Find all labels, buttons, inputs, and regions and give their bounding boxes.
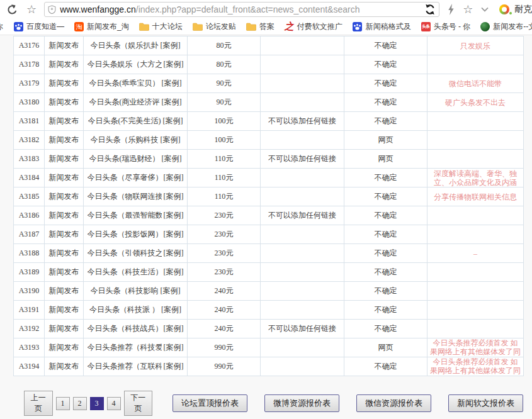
toutiao-icon: 头条	[421, 22, 431, 31]
table-row: A3189 新闻发布 今日头条（科技生活）[案例] 230元 不确定	[14, 263, 524, 282]
case-link[interactable]: [案例]	[164, 267, 184, 276]
case-link[interactable]: [案例]	[164, 324, 184, 333]
table-row: A3184 新闻发布 今日头条（尽享奢侈）[案例] 110元 不确定 深度解读高…	[14, 169, 524, 187]
table-row: A3186 新闻发布 今日头条（最强智能数[案例] 230元 不可以添加任何链接…	[14, 206, 524, 225]
page-button[interactable]: 上一页	[24, 391, 53, 416]
row-name: 今日头条娱乐（大方之	[88, 59, 162, 70]
bookmark-item[interactable]: 新闻发布--文	[480, 21, 532, 32]
refresh-icon[interactable]	[424, 4, 436, 15]
page-button[interactable]: 下一页	[124, 391, 153, 416]
page-button[interactable]: 1	[56, 397, 70, 410]
row-note-text: 硬广头条发不出去	[430, 98, 521, 107]
lightning-icon[interactable]	[448, 4, 455, 15]
case-link[interactable]: [案例]	[164, 362, 184, 371]
page-button-current[interactable]: 3	[90, 397, 104, 410]
row-note: 今日头条推荐必须首发 如果网络上有其他媒体发了同—	[427, 357, 524, 376]
case-link[interactable]: [案例]	[164, 230, 184, 238]
row-name: 今日头条（尽享奢侈）	[88, 172, 162, 183]
case-link[interactable]: [案例]	[164, 249, 184, 257]
row-restriction	[261, 55, 344, 74]
page-button[interactable]: 4	[107, 397, 121, 410]
folder-icon	[193, 22, 203, 32]
row-restriction	[261, 187, 344, 206]
case-link[interactable]: [案例]	[164, 211, 184, 220]
row-restriction	[261, 36, 344, 55]
bookmark-item[interactable]: 答案	[246, 21, 274, 32]
search-box-text[interactable]: 耐克就	[514, 4, 532, 15]
quote-table-button[interactable]: 微博资源报价表	[264, 394, 339, 412]
row-id: A3180	[14, 93, 45, 112]
row-name: 今日头条(商业经济评	[89, 97, 160, 108]
row-note: 今日头条推荐必须首发 如果网络上有其他媒体发了同—	[427, 338, 524, 357]
row-anchor: 不确定	[344, 93, 427, 112]
row-id: A3194	[14, 357, 45, 376]
row-anchor: 网页	[344, 131, 427, 150]
row-name: 今日头条（投影饭网）	[88, 229, 162, 240]
row-id: A3181	[14, 112, 45, 131]
row-restriction	[261, 244, 344, 263]
case-link[interactable]: [案例]	[161, 135, 181, 144]
case-link[interactable]: [案例]	[161, 286, 181, 295]
bookmark-label: 论坛发贴	[206, 21, 236, 32]
row-anchor: 网页	[344, 338, 427, 357]
row-note-text: 微信电话不能带	[430, 79, 521, 88]
row-type: 新闻发布	[45, 74, 84, 93]
bookmark-item[interactable]: 百度知道—	[13, 21, 64, 32]
bookmarks-bar: 你百度知道—淘新闻发布_淘十大论坛论坛发贴答案之付费软文推广新闻稿格式及头条头条…	[0, 19, 532, 35]
row-note-text: 只发娱乐	[430, 42, 521, 50]
url-domain: www.wenfangge.cn	[60, 4, 136, 14]
row-name-cell: 今日头条(乖乖宝贝）[案例]	[84, 74, 188, 93]
row-note: 硬广头条发不出去	[427, 93, 524, 112]
case-link[interactable]: [案例]	[162, 154, 182, 163]
row-price: 100元	[188, 131, 261, 150]
row-name-cell: 今日头条（最强智能数[案例]	[84, 206, 188, 225]
quote-table-button[interactable]: 微信资源报价表	[356, 394, 431, 412]
row-anchor: 不确定	[344, 169, 427, 187]
row-id: A3190	[14, 282, 45, 301]
table-row: A3176 新闻发布 今日头条（娱乐扒卦[案例] 80元 不确定 只发娱乐	[14, 36, 524, 55]
table-row: A3191 新闻发布 今日头条（科技派 ）[案例] 240元 不确定	[14, 301, 524, 320]
quote-table-button[interactable]: 论坛置顶报价表	[173, 394, 247, 412]
case-link[interactable]: [案例]	[162, 79, 182, 87]
back-icon[interactable]	[6, 4, 18, 16]
browser-topbar: ☆ www.wenfangge.cn/index.php?app=default…	[0, 0, 532, 19]
chevron-down-icon[interactable]	[481, 7, 489, 12]
url-bar[interactable]: www.wenfangge.cn/index.php?app=default_f…	[44, 2, 439, 17]
bookmark-item[interactable]: 论坛发贴	[193, 21, 236, 32]
bookmark-label: 付费软文推广	[297, 21, 342, 32]
favorites-star-icon[interactable]: ☆	[26, 4, 37, 15]
row-name: 今日头条(瑞迅财经）	[89, 154, 160, 164]
bookmark-item[interactable]: 淘新闻发布_淘	[74, 21, 129, 32]
bookmark-star-icon[interactable]: ☆	[463, 4, 473, 15]
bookmark-item[interactable]: 十大论坛	[139, 21, 183, 32]
page-content: A3176 新闻发布 今日头条（娱乐扒卦[案例] 80元 不确定 只发娱乐 A3…	[0, 35, 532, 419]
case-link[interactable]: [案例]	[163, 116, 183, 125]
case-link[interactable]: [案例]	[161, 41, 181, 50]
row-price: 90元	[188, 93, 261, 112]
row-id: A3182	[14, 131, 45, 150]
folder-icon	[246, 22, 256, 32]
quote-table-button[interactable]: 新闻软文报价表	[448, 394, 523, 412]
case-link[interactable]: [案例]	[162, 98, 182, 106]
case-link[interactable]: [案例]	[164, 173, 184, 182]
page-button[interactable]: 2	[73, 397, 87, 410]
case-link[interactable]: [案例]	[164, 343, 184, 352]
row-note	[427, 301, 524, 320]
row-name: 今日头条（科技生活）	[88, 267, 162, 277]
row-price: 990元	[188, 357, 261, 376]
bookmark-item[interactable]: 头条头条号 - 你	[421, 21, 471, 32]
bookmark-item[interactable]: 之付费软文推广	[285, 21, 342, 32]
bookmark-label: 十大论坛	[152, 21, 183, 32]
case-link[interactable]: [案例]	[164, 192, 184, 201]
row-price: 230元	[188, 263, 261, 282]
case-link[interactable]: [案例]	[161, 305, 181, 314]
row-id: A3183	[14, 150, 45, 169]
row-name: 今日头条（科技派 ）	[89, 304, 159, 315]
row-name-cell: 今日头条(瑞迅财经）[案例]	[84, 150, 188, 169]
url-text: www.wenfangge.cn/index.php?app=default_f…	[60, 4, 424, 14]
bookmark-item[interactable]: 你	[0, 21, 3, 32]
row-note	[427, 150, 524, 169]
bookmark-item[interactable]: 新闻稿格式及	[353, 21, 411, 32]
case-link[interactable]: [案例]	[164, 60, 184, 69]
row-restriction	[261, 93, 344, 112]
